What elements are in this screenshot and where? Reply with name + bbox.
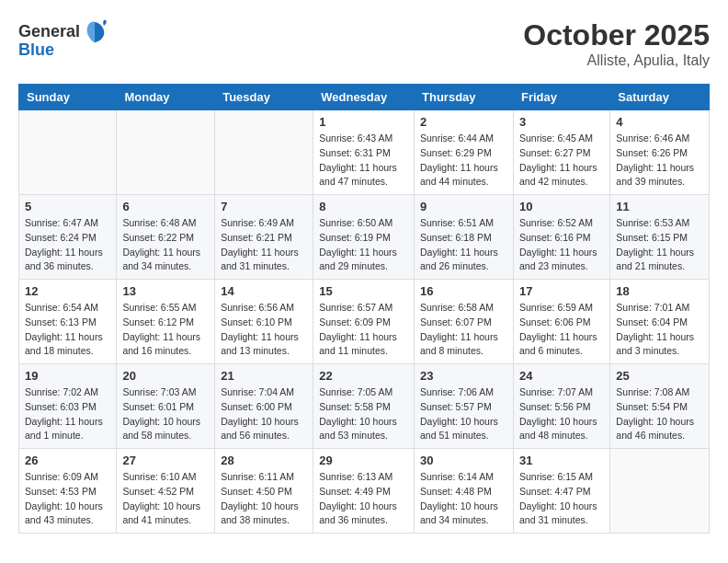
table-row [117,110,215,195]
header-thursday: Thursday [415,85,514,110]
day-info: Sunrise: 6:49 AM Sunset: 6:21 PM Dayligh… [221,216,307,274]
day-number: 11 [616,200,703,213]
day-info: Sunrise: 6:09 AM Sunset: 4:53 PM Dayligh… [25,470,110,528]
month-title: October 2025 [523,18,710,52]
day-info: Sunrise: 6:54 AM Sunset: 6:13 PM Dayligh… [25,301,110,359]
table-row: 5Sunrise: 6:47 AM Sunset: 6:24 PM Daylig… [19,195,117,280]
logo-blue: Blue [18,40,54,60]
day-number: 18 [616,284,703,298]
day-info: Sunrise: 6:14 AM Sunset: 4:48 PM Dayligh… [420,470,507,528]
day-info: Sunrise: 7:02 AM Sunset: 6:03 PM Dayligh… [25,385,110,443]
day-info: Sunrise: 6:13 AM Sunset: 4:49 PM Dayligh… [319,470,408,528]
table-row: 31Sunrise: 6:15 AM Sunset: 4:47 PM Dayli… [513,449,609,534]
day-number: 30 [420,454,507,467]
day-info: Sunrise: 6:50 AM Sunset: 6:19 PM Dayligh… [319,216,408,274]
day-info: Sunrise: 6:55 AM Sunset: 6:12 PM Dayligh… [122,301,209,359]
table-row: 30Sunrise: 6:14 AM Sunset: 4:48 PM Dayli… [415,449,514,534]
day-number: 24 [519,369,604,383]
day-number: 26 [25,454,110,467]
calendar-week-row: 12Sunrise: 6:54 AM Sunset: 6:13 PM Dayli… [19,280,710,364]
table-row: 1Sunrise: 6:43 AM Sunset: 6:31 PM Daylig… [313,110,415,195]
day-info: Sunrise: 6:43 AM Sunset: 6:31 PM Dayligh… [319,132,408,190]
page-header: General Blue October 2025 Alliste, Apuli… [18,18,710,69]
calendar-week-row: 26Sunrise: 6:09 AM Sunset: 4:53 PM Dayli… [19,449,710,534]
day-info: Sunrise: 7:06 AM Sunset: 5:57 PM Dayligh… [420,385,507,443]
calendar-table: Sunday Monday Tuesday Wednesday Thursday… [18,84,710,534]
header-saturday: Saturday [610,85,710,110]
header-tuesday: Tuesday [215,85,313,110]
day-number: 5 [25,200,110,213]
table-row: 28Sunrise: 6:11 AM Sunset: 4:50 PM Dayli… [215,449,313,534]
calendar-week-row: 1Sunrise: 6:43 AM Sunset: 6:31 PM Daylig… [19,110,710,195]
logo-general: General [18,22,80,41]
day-info: Sunrise: 6:52 AM Sunset: 6:16 PM Dayligh… [519,216,604,274]
header-monday: Monday [117,85,215,110]
table-row: 3Sunrise: 6:45 AM Sunset: 6:27 PM Daylig… [513,110,609,195]
table-row: 26Sunrise: 6:09 AM Sunset: 4:53 PM Dayli… [19,449,117,534]
header-sunday: Sunday [19,85,117,110]
weekday-header-row: Sunday Monday Tuesday Wednesday Thursday… [19,85,710,110]
table-row: 21Sunrise: 7:04 AM Sunset: 6:00 PM Dayli… [215,364,313,449]
day-number: 7 [221,200,307,213]
day-number: 14 [221,284,307,298]
day-info: Sunrise: 6:59 AM Sunset: 6:06 PM Dayligh… [519,301,604,359]
day-info: Sunrise: 6:10 AM Sunset: 4:52 PM Dayligh… [122,470,209,528]
day-number: 19 [25,369,110,383]
table-row: 27Sunrise: 6:10 AM Sunset: 4:52 PM Dayli… [117,449,215,534]
day-number: 16 [420,284,507,298]
table-row: 19Sunrise: 7:02 AM Sunset: 6:03 PM Dayli… [19,364,117,449]
table-row: 2Sunrise: 6:44 AM Sunset: 6:29 PM Daylig… [415,110,514,195]
day-number: 23 [420,369,507,383]
table-row: 24Sunrise: 7:07 AM Sunset: 5:56 PM Dayli… [513,364,609,449]
day-number: 3 [519,115,604,129]
table-row: 22Sunrise: 7:05 AM Sunset: 5:58 PM Dayli… [313,364,415,449]
header-wednesday: Wednesday [313,85,415,110]
table-row: 13Sunrise: 6:55 AM Sunset: 6:12 PM Dayli… [117,280,215,364]
day-info: Sunrise: 6:57 AM Sunset: 6:09 PM Dayligh… [319,301,408,359]
day-info: Sunrise: 6:58 AM Sunset: 6:07 PM Dayligh… [420,301,507,359]
day-info: Sunrise: 6:47 AM Sunset: 6:24 PM Dayligh… [25,216,110,274]
table-row [19,110,117,195]
table-row: 23Sunrise: 7:06 AM Sunset: 5:57 PM Dayli… [415,364,514,449]
table-row: 8Sunrise: 6:50 AM Sunset: 6:19 PM Daylig… [313,195,415,280]
table-row: 7Sunrise: 6:49 AM Sunset: 6:21 PM Daylig… [215,195,313,280]
calendar-week-row: 5Sunrise: 6:47 AM Sunset: 6:24 PM Daylig… [19,195,710,280]
logo: General Blue [18,18,108,60]
day-info: Sunrise: 6:45 AM Sunset: 6:27 PM Dayligh… [519,132,604,190]
table-row: 12Sunrise: 6:54 AM Sunset: 6:13 PM Dayli… [19,280,117,364]
table-row: 6Sunrise: 6:48 AM Sunset: 6:22 PM Daylig… [117,195,215,280]
day-number: 25 [616,369,703,383]
table-row: 10Sunrise: 6:52 AM Sunset: 6:16 PM Dayli… [513,195,609,280]
table-row: 25Sunrise: 7:08 AM Sunset: 5:54 PM Dayli… [610,364,710,449]
table-row: 9Sunrise: 6:51 AM Sunset: 6:18 PM Daylig… [415,195,514,280]
day-number: 2 [420,115,507,129]
header-friday: Friday [513,85,609,110]
day-info: Sunrise: 6:44 AM Sunset: 6:29 PM Dayligh… [420,132,507,190]
day-number: 22 [319,369,408,383]
day-info: Sunrise: 6:48 AM Sunset: 6:22 PM Dayligh… [122,216,209,274]
day-number: 13 [122,284,209,298]
location-title: Alliste, Apulia, Italy [523,52,710,69]
day-info: Sunrise: 7:05 AM Sunset: 5:58 PM Dayligh… [319,385,408,443]
table-row: 14Sunrise: 6:56 AM Sunset: 6:10 PM Dayli… [215,280,313,364]
table-row [215,110,313,195]
day-info: Sunrise: 6:51 AM Sunset: 6:18 PM Dayligh… [420,216,507,274]
table-row: 29Sunrise: 6:13 AM Sunset: 4:49 PM Dayli… [313,449,415,534]
day-number: 15 [319,284,408,298]
day-number: 17 [519,284,604,298]
table-row [610,449,710,534]
day-number: 27 [122,454,209,467]
day-number: 31 [519,454,604,467]
day-info: Sunrise: 7:04 AM Sunset: 6:00 PM Dayligh… [221,385,307,443]
day-info: Sunrise: 6:46 AM Sunset: 6:26 PM Dayligh… [616,132,703,190]
day-number: 4 [616,115,703,129]
day-number: 29 [319,454,408,467]
day-number: 9 [420,200,507,213]
day-number: 28 [221,454,307,467]
logo-icon [82,18,108,44]
day-info: Sunrise: 6:11 AM Sunset: 4:50 PM Dayligh… [221,470,307,528]
table-row: 4Sunrise: 6:46 AM Sunset: 6:26 PM Daylig… [610,110,710,195]
day-info: Sunrise: 6:53 AM Sunset: 6:15 PM Dayligh… [616,216,703,274]
table-row: 18Sunrise: 7:01 AM Sunset: 6:04 PM Dayli… [610,280,710,364]
title-area: October 2025 Alliste, Apulia, Italy [523,18,710,69]
